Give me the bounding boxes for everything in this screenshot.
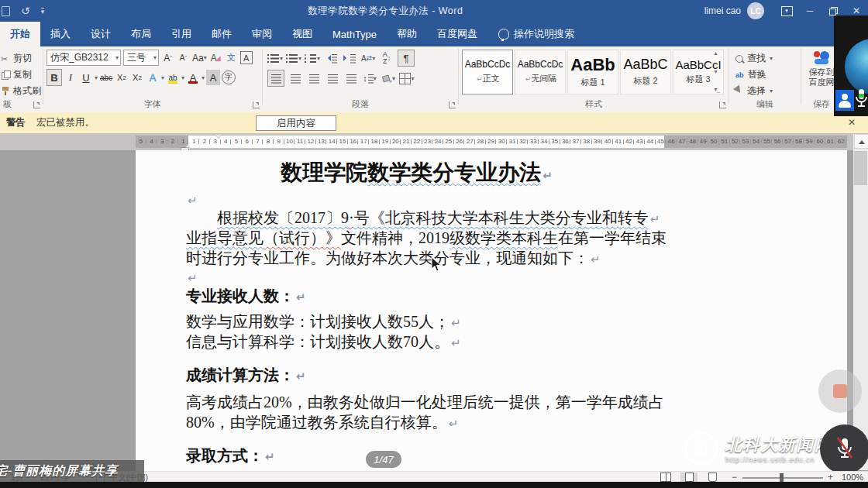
bullets-button[interactable]: ▾ <box>267 50 283 66</box>
clipboard-dialog-launcher[interactable] <box>33 101 40 108</box>
align-right-button[interactable] <box>306 70 322 86</box>
highlight-dropdown[interactable]: ▾ <box>181 74 184 81</box>
horizontal-ruler[interactable]: 5432112345678910111213141516171819202122… <box>0 133 868 150</box>
change-case-button[interactable]: Aa▾ <box>192 50 207 65</box>
align-left-button[interactable] <box>267 70 284 87</box>
doc-line: 根据校发〔2017〕9·号《北京科技大学本科生大类分专业和转专↵ <box>186 208 666 228</box>
mic-level-icon[interactable] <box>855 88 868 112</box>
font-size-combo[interactable]: 三号▾ <box>123 50 159 66</box>
align-center-button[interactable] <box>288 70 303 86</box>
underline-button[interactable]: U <box>79 70 93 85</box>
underline-dropdown[interactable]: ▾ <box>95 74 98 81</box>
font-dialog-launcher[interactable] <box>253 101 260 108</box>
bold-button[interactable]: B <box>46 69 62 86</box>
warning-close-icon[interactable]: ✕ <box>848 117 856 128</box>
text-highlight-button[interactable]: ab <box>166 70 180 85</box>
superscript-button[interactable]: X2 <box>130 70 144 85</box>
webcam-thumbnail[interactable] <box>845 39 868 95</box>
account-name[interactable]: limei cao <box>704 5 741 16</box>
ruler-tick: 38 <box>581 136 592 148</box>
first-line-indent-marker[interactable] <box>215 135 222 142</box>
sort-button[interactable]: AZ↓ <box>379 50 394 66</box>
zoom-slider-thumb[interactable] <box>780 473 784 482</box>
scrollbar-thumb[interactable] <box>854 151 867 185</box>
text-effects-button[interactable]: A <box>146 70 160 85</box>
character-border-button[interactable]: A <box>240 51 253 64</box>
style-card[interactable]: AaBbC标题 2 <box>620 50 671 95</box>
grow-font-button[interactable]: Aˆ <box>161 50 174 65</box>
participants-button[interactable] <box>835 90 854 111</box>
strikethrough-button[interactable]: abc <box>99 70 113 85</box>
shrink-font-button[interactable]: Aˇ <box>177 50 190 65</box>
web-layout-button[interactable] <box>704 473 721 482</box>
character-shading-button[interactable]: A <box>206 70 220 85</box>
shading-button[interactable]: ▾ <box>381 70 396 86</box>
enclose-characters-button[interactable]: 字 <box>222 70 236 84</box>
zoom-in-button[interactable]: + <box>828 472 833 483</box>
enable-content-button[interactable]: 启用内容 <box>256 115 336 131</box>
distribute-button[interactable] <box>343 70 359 86</box>
subscript-button[interactable]: X2 <box>115 70 129 85</box>
ribbon-tab[interactable]: 开始 <box>0 22 40 46</box>
ribbon-tab[interactable]: 百度网盘 <box>427 22 487 46</box>
zoom-out-button[interactable]: − <box>732 472 737 483</box>
numbering-button[interactable]: ▾ <box>286 50 301 66</box>
ribbon-tab[interactable]: 邮件 <box>202 22 242 46</box>
cut-button[interactable]: 剪切 <box>0 50 43 67</box>
style-card[interactable]: AaBbCcDc↵正文 <box>462 50 513 95</box>
ruler-tick: 7 <box>253 136 264 148</box>
styles-more-icon[interactable]: ▼̲ <box>713 87 718 92</box>
borders-button[interactable]: ▾ <box>399 70 415 86</box>
ribbon-tab[interactable]: 引用 <box>161 22 202 46</box>
text-effects-dropdown[interactable]: ▾ <box>161 74 164 81</box>
ribbon-tab[interactable]: 设计 <box>81 22 121 46</box>
read-mode-button[interactable] <box>657 473 674 482</box>
styles-scroll-up-icon[interactable]: ▲ <box>713 50 718 56</box>
styles-scroll[interactable]: ▲ ▼ ▼̲ <box>711 50 721 92</box>
ribbon-tab[interactable]: 布局 <box>121 22 161 46</box>
customize-qat-icon[interactable]: ▾ <box>41 8 45 15</box>
style-card[interactable]: AaBb标题 1 <box>567 50 618 95</box>
meeting-record-button[interactable] <box>818 369 862 413</box>
italic-button[interactable]: I <box>64 70 78 85</box>
styles-scroll-down-icon[interactable]: ▼ <box>713 69 718 74</box>
phonetic-guide-button[interactable]: 文 <box>225 50 238 65</box>
vertical-scrollbar[interactable] <box>853 134 868 470</box>
style-card[interactable]: AaBbCcDc↵无间隔 <box>515 50 566 95</box>
document-page[interactable]: 数理学院数学类分专业办法↵↵根据校发〔2017〕9·号《北京科技大学本科生大类分… <box>136 150 847 471</box>
ribbon-tab[interactable]: MathType <box>322 22 387 46</box>
clear-formatting-button[interactable]: A◢ <box>209 50 222 65</box>
line-spacing-button[interactable]: ↕▾ <box>362 70 377 86</box>
format-painter-button[interactable]: 格式刷 <box>0 83 43 99</box>
multilevel-list-button[interactable]: ▾ <box>305 50 320 66</box>
copy-button[interactable]: 复制 <box>0 67 43 83</box>
show-hide-marks-button[interactable]: ¶ <box>398 50 415 67</box>
font-color-dropdown[interactable]: ▾ <box>202 74 205 81</box>
select-button[interactable]: 选择▾ <box>729 83 801 99</box>
ribbon-tab[interactable]: 审阅 <box>242 22 282 46</box>
minimize-button[interactable]: ─ <box>798 0 822 22</box>
ribbon-tab[interactable]: 视图 <box>282 22 322 46</box>
find-button[interactable]: 查找▾ <box>729 50 801 67</box>
asian-layout-button[interactable]: A⇄▾ <box>360 50 376 66</box>
scroll-up-button[interactable] <box>854 134 868 149</box>
increase-indent-button[interactable] <box>342 50 357 66</box>
muted-mic-button[interactable] <box>820 424 868 471</box>
decrease-indent-button[interactable] <box>323 50 339 66</box>
undo-icon[interactable]: ↺ <box>21 5 30 17</box>
ribbon-display-options-button[interactable]: ▾ <box>775 0 798 22</box>
print-layout-button[interactable] <box>680 473 698 482</box>
paragraph-dialog-launcher[interactable] <box>449 101 456 108</box>
account-avatar[interactable]: LC <box>747 2 764 19</box>
replace-button[interactable]: ab替换 <box>729 67 801 83</box>
font-name-combo[interactable]: 仿宋_GB2312▾ <box>46 50 121 66</box>
font-color-button[interactable]: A <box>186 70 200 85</box>
tell-me-search[interactable]: 操作说明搜索 <box>498 22 574 46</box>
save-icon[interactable] <box>2 6 10 16</box>
styles-dialog-launcher[interactable] <box>719 101 726 108</box>
document-content[interactable]: 数理学院数学类分专业办法↵↵根据校发〔2017〕9·号《北京科技大学本科生大类分… <box>186 155 666 466</box>
zoom-percentage[interactable]: 100% <box>842 473 863 482</box>
justify-button[interactable] <box>325 70 340 86</box>
ribbon-tab[interactable]: 帮助 <box>387 22 427 46</box>
ribbon-tab[interactable]: 插入 <box>40 22 81 46</box>
